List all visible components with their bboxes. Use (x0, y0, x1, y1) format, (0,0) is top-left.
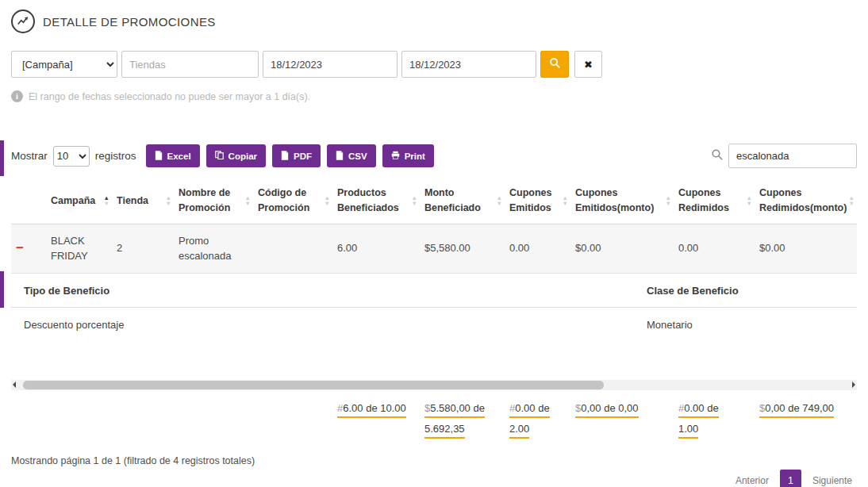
column-label: Nombre de Promoción (179, 187, 230, 213)
col-header-expand (11, 178, 46, 224)
next-page-button[interactable]: Siguiente (812, 475, 852, 486)
cell-store: 2 (112, 224, 174, 274)
total-value: 5.692,35 (424, 423, 465, 435)
info-icon: i (11, 90, 23, 102)
promotions-detail-page: DETALLE DE PROMOCIONES [Campaña] ✖ i El … (0, 0, 868, 487)
column-label: Productos Beneficiados (337, 187, 399, 213)
clear-filters-button[interactable]: ✖ (574, 51, 602, 78)
current-page-button[interactable]: 1 (780, 470, 801, 487)
previous-page-button[interactable]: Anterior (735, 475, 769, 486)
sort-icons: ▲▼ (166, 195, 171, 206)
excel-button[interactable]: Excel (146, 144, 200, 167)
column-label: Campaña (51, 195, 95, 206)
date-from-input[interactable] (263, 51, 398, 78)
close-icon: ✖ (584, 59, 593, 71)
col-header-tienda[interactable]: Tienda ▲▼ (112, 178, 174, 224)
total-value: 5.580,00 de (430, 402, 485, 414)
column-label: Cupones Emitidos (509, 187, 551, 213)
sort-icons: ▲▼ (412, 195, 417, 206)
export-buttons: Excel Copiar PDF CSV (146, 144, 434, 167)
sort-icons: ▲▼ (563, 195, 568, 206)
print-button[interactable]: Print (382, 144, 434, 167)
total-amount-benefited: $5.580,00 de 5.692,35 (420, 401, 505, 443)
totals-row: #6.00 de 10.00 $5.580,00 de 5.692,35 #0.… (11, 401, 857, 443)
column-label: Cupones Emitidos(monto) (575, 187, 654, 213)
cell-amount-benefited: $5,580.00 (420, 224, 505, 274)
cell-promo-name: Promo escalonada (174, 224, 253, 274)
total-coupons-issued: #0.00 de 2.00 (505, 401, 570, 443)
page-size-select[interactable]: 10 (53, 146, 90, 167)
sort-desc-icon: ▼ (563, 201, 568, 206)
horizontal-scrollbar[interactable] (11, 380, 857, 390)
col-header-cupones-emitidos-monto[interactable]: Cupones Emitidos(monto) ▲▼ (570, 178, 674, 224)
col-header-monto-beneficiado[interactable]: Monto Beneficiado ▲▼ (420, 178, 505, 224)
left-accent-bar (0, 140, 4, 176)
column-label: Tienda (117, 195, 148, 206)
total-products-benefited: #6.00 de 10.00 (332, 401, 420, 443)
total-value: 6.00 de 10.00 (343, 402, 406, 414)
scroll-right-arrow-icon[interactable] (852, 382, 855, 388)
sort-desc-icon: ▼ (166, 201, 171, 206)
cell-promo-code (253, 224, 332, 274)
pagination: Anterior 1 Siguiente (735, 470, 852, 487)
search-button[interactable] (540, 51, 569, 78)
total-value: 1.00 (678, 423, 698, 435)
col-header-cupones-emitidos[interactable]: Cupones Emitidos ▲▼ (505, 178, 570, 224)
benefit-type-label: Tipo de Beneficio (24, 285, 647, 297)
csv-file-icon (336, 151, 344, 162)
sort-icons: ▲▼ (747, 195, 752, 206)
total-value: 0.00 de (684, 402, 718, 414)
copy-button[interactable]: Copiar (206, 144, 266, 167)
column-label: Monto Beneficiado (424, 187, 481, 213)
csv-button[interactable]: CSV (327, 144, 376, 167)
sort-desc-icon: ▼ (325, 201, 330, 206)
table-toolbar: Mostrar 10 registros Excel Copiar (11, 144, 857, 168)
sort-desc-icon: ▼ (497, 201, 502, 206)
table-row: − BLACK FRIDAY 2 Promo escalonada 6.00 $… (11, 224, 857, 274)
spacer (11, 331, 857, 380)
pdf-button[interactable]: PDF (272, 144, 321, 167)
pagination-summary: Mostrando página 1 de 1 (filtrado de 4 r… (11, 455, 255, 466)
benefit-type-value: Descuento porcentaje (24, 319, 647, 331)
cell-campaign: BLACK FRIDAY (46, 224, 112, 274)
magnifier-icon (711, 148, 724, 164)
row-detail-labels: Tipo de Beneficio Clase de Beneficio (11, 274, 857, 308)
filter-bar: [Campaña] ✖ (11, 51, 857, 78)
col-header-campana[interactable]: Campaña ▲▼ (46, 178, 112, 224)
sort-icons: ▲▼ (245, 195, 251, 206)
total-coupons-redeemed-amount: $0,00 de 749,00 (755, 401, 857, 443)
magnifier-icon (549, 57, 561, 71)
button-label: Print (405, 151, 425, 161)
sort-desc-icon: ▼ (666, 201, 671, 206)
cell-coupons-issued-amount: $0.00 (570, 224, 674, 274)
table-header-row: Campaña ▲▼ Tienda ▲▼ Nombre de Promoción… (11, 178, 857, 224)
sort-desc-icon: ▼ (412, 201, 417, 206)
info-message-row: i El rango de fechas seleccionado no pue… (11, 90, 857, 102)
promotions-table: Campaña ▲▼ Tienda ▲▼ Nombre de Promoción… (11, 178, 857, 274)
total-coupons-redeemed: #0.00 de 1.00 (674, 401, 755, 443)
benefit-class-value: Monetario (647, 319, 857, 331)
stores-input[interactable] (121, 51, 259, 78)
line-chart-icon (11, 10, 35, 33)
button-label: CSV (348, 151, 367, 161)
show-label: Mostrar (11, 150, 48, 162)
col-header-cupones-redimidos[interactable]: Cupones Redimidos ▲▼ (674, 178, 755, 224)
records-label: registros (95, 150, 136, 162)
date-to-input[interactable] (401, 51, 536, 78)
sort-desc-icon: ▼ (849, 201, 855, 206)
button-label: Excel (167, 151, 191, 161)
table-search-input[interactable] (728, 144, 857, 168)
col-header-nombre-promocion[interactable]: Nombre de Promoción ▲▼ (174, 178, 253, 224)
col-header-productos-beneficiados[interactable]: Productos Beneficiados ▲▼ (332, 178, 420, 224)
total-value: 0,00 de 749,00 (765, 402, 834, 414)
scroll-left-arrow-icon[interactable] (13, 382, 16, 388)
scrollbar-thumb[interactable] (23, 381, 604, 389)
col-header-cupones-redimidos-monto[interactable]: Cupones Redimidos(monto) ▲▼ (755, 178, 857, 224)
campaign-select[interactable]: [Campaña] (11, 51, 117, 78)
sort-icons: ▲▼ (497, 195, 502, 206)
column-label: Código de Promoción (258, 187, 309, 213)
row-expand-cell: − (11, 224, 46, 274)
collapse-row-icon[interactable]: − (16, 240, 24, 255)
total-value: 2.00 (509, 423, 529, 435)
col-header-codigo-promocion[interactable]: Código de Promoción ▲▼ (253, 178, 332, 224)
